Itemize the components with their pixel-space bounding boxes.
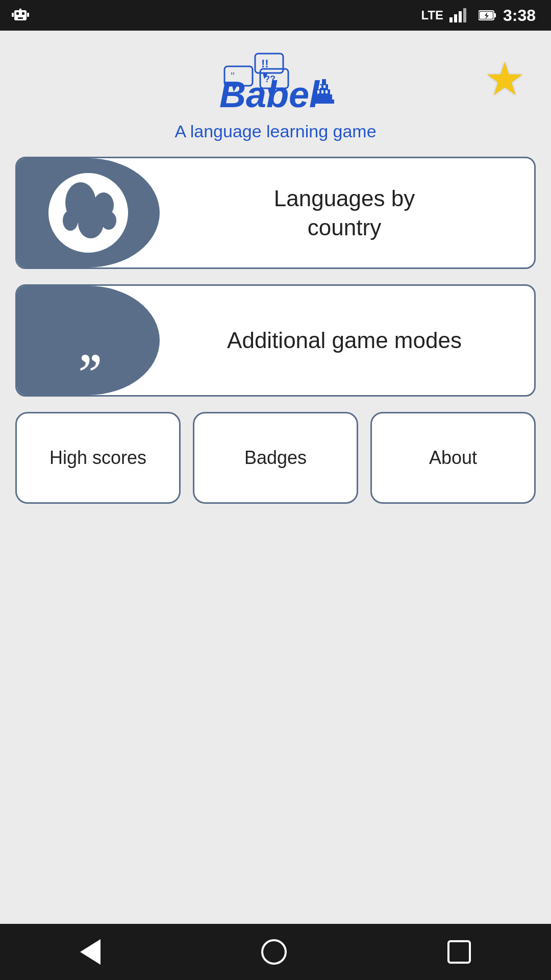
nav-home-button[interactable]	[261, 939, 287, 965]
app-logo: " !! ?? Babel	[204, 51, 347, 117]
status-time: 3:38	[503, 6, 536, 25]
high-scores-button[interactable]: High scores	[15, 412, 181, 504]
status-bar: LTE 3:38	[0, 0, 551, 31]
nav-back-button[interactable]	[80, 939, 101, 965]
about-button[interactable]: About	[370, 412, 536, 504]
svg-point-37	[69, 187, 82, 203]
status-icons: LTE 3:38	[421, 6, 536, 25]
svg-text:!!: !!	[261, 57, 269, 70]
quotes-icon: ,,	[78, 310, 98, 371]
logo-container: " !! ?? Babel	[174, 51, 376, 141]
quotes-icon-container: ,,	[17, 286, 160, 395]
svg-rect-26	[317, 90, 319, 93]
svg-text:Babel: Babel	[219, 74, 320, 115]
svg-point-35	[63, 210, 78, 231]
app-content: " !! ?? Babel	[0, 31, 551, 924]
additional-game-modes-label: Additional game modes	[155, 286, 534, 395]
nav-bar	[0, 924, 551, 980]
header: " !! ?? Babel	[15, 51, 536, 141]
main-buttons: Languages by country ,, Additional game …	[15, 157, 536, 397]
lte-label: LTE	[421, 8, 443, 22]
badges-button[interactable]: Badges	[193, 412, 358, 504]
svg-rect-6	[27, 13, 29, 17]
svg-rect-4	[19, 9, 21, 11]
svg-rect-8	[494, 13, 496, 17]
globe-icon-container	[17, 158, 160, 267]
app-subtitle: A language learning game	[174, 121, 376, 141]
battery-icon	[479, 10, 497, 21]
globe-icon	[42, 167, 134, 259]
svg-rect-2	[22, 12, 24, 15]
signal-bars	[449, 8, 466, 22]
svg-rect-5	[12, 13, 14, 17]
svg-rect-14	[255, 54, 283, 73]
svg-rect-29	[319, 85, 321, 88]
bottom-buttons: High scores Badges About	[15, 412, 536, 504]
svg-rect-25	[322, 79, 326, 85]
svg-rect-28	[325, 90, 328, 93]
svg-rect-27	[321, 90, 323, 93]
svg-rect-1	[16, 12, 19, 15]
svg-point-36	[101, 211, 116, 230]
svg-rect-30	[323, 85, 325, 88]
languages-by-country-button[interactable]: Languages by country	[15, 157, 536, 269]
nav-recents-button[interactable]	[447, 940, 471, 964]
favorites-star[interactable]: ★	[484, 56, 525, 102]
robot-status-icon	[10, 5, 31, 26]
svg-rect-3	[18, 17, 23, 19]
languages-by-country-label: Languages by country	[155, 158, 534, 267]
additional-game-modes-button[interactable]: ,, Additional game modes	[15, 284, 536, 397]
